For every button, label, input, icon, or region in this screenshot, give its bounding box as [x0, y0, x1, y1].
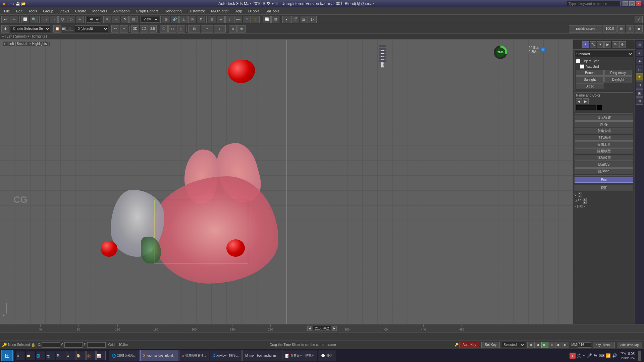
undo-toolbar-btn[interactable]: ↩	[1, 16, 9, 23]
selected-dropdown[interactable]: Selected	[502, 342, 525, 348]
add-time-tag-btn[interactable]: Add Time Tag	[617, 342, 642, 348]
pivot-btn[interactable]: ◎	[162, 16, 170, 23]
view-select[interactable]: View	[141, 16, 159, 23]
spinner-snap-btn[interactable]: ⚙	[197, 16, 205, 23]
biped-btn[interactable]: Biped	[576, 83, 604, 89]
z-coord-input[interactable]	[87, 342, 106, 348]
hide-cs-btn[interactable]: 隐藏CS	[575, 162, 633, 168]
ring-array-btn[interactable]: Ring Array	[604, 70, 632, 76]
prev-frame-btn[interactable]: ◀	[534, 342, 541, 348]
hide-model-btn[interactable]: 隐藏模型	[575, 148, 633, 154]
nav-prev-btn[interactable]: ◀	[576, 98, 582, 104]
viewport[interactable]: Y Z 29% 241K/s 0.3k/s + | Left | Smooth …	[0, 40, 573, 324]
freeze-model-btn[interactable]: 冻结模型	[575, 155, 633, 161]
nav-next-btn[interactable]: ▶	[583, 98, 589, 104]
object-type-checkbox[interactable]	[576, 59, 580, 63]
menu-animation[interactable]: Animation	[111, 8, 132, 14]
y-dn-btn[interactable]: ▼	[583, 201, 587, 204]
curve-editor-btn[interactable]: 📈	[263, 16, 271, 23]
select-by-name-btn[interactable]: 🔍	[30, 16, 38, 23]
accent-btn-7[interactable]: ▣	[636, 89, 643, 97]
quick-launch-5[interactable]: ⚙	[66, 351, 75, 360]
select-region-lasso[interactable]: ◌	[67, 16, 75, 23]
menu-help[interactable]: Help	[232, 8, 245, 14]
rpanel-tab-utilities[interactable]: ⚙	[619, 41, 626, 48]
quick-launch-1[interactable]: 📁	[26, 351, 35, 360]
x-dn-btn[interactable]: ▼	[578, 195, 582, 197]
snap-2_5d-btn[interactable]: 2.5	[149, 25, 157, 33]
save-btn-rp[interactable]: 保 存	[575, 121, 633, 127]
layer-btn[interactable]: ⬚	[252, 16, 260, 23]
quick-launch-3[interactable]: 📷	[46, 351, 55, 360]
layer-edit-btn[interactable]: ✏	[111, 25, 119, 33]
next-frame-btn[interactable]: ▶	[555, 342, 562, 348]
swift-loop-btn[interactable]: ↕	[214, 25, 226, 33]
accent-btn-4[interactable]: ⬚	[636, 65, 643, 72]
named-sel-1[interactable]: ⬡	[160, 25, 168, 33]
mirror-btn[interactable]: ⇔	[217, 16, 225, 23]
redo-toolbar-btn[interactable]: ↪	[10, 16, 18, 23]
create-selection-set[interactable]: Create Selection Set	[10, 25, 50, 32]
menu-modifiers[interactable]: Modifiers	[90, 8, 110, 14]
taskbar-xnview[interactable]: X XnView - [浏览...	[210, 350, 241, 361]
goto-start-btn[interactable]: ⏮	[527, 342, 534, 348]
camera-view-btn[interactable]: 视图	[575, 185, 633, 191]
rotate-btn[interactable]: ↻	[121, 16, 129, 23]
tray-icon-2[interactable]: ✂	[582, 353, 586, 358]
tray-icon-1[interactable]: 英	[577, 353, 581, 359]
menu-graph-editors[interactable]: Graph Editors	[133, 8, 161, 14]
quick-align-btn[interactable]: ≡	[243, 16, 251, 23]
snap-toggle[interactable]: 🔗	[171, 16, 179, 23]
spacing-btn[interactable]: ⟺	[234, 16, 242, 23]
red-apple-left[interactable]	[101, 241, 117, 257]
bones-btn[interactable]: Bones	[576, 70, 604, 76]
box-btn[interactable]: Box	[575, 177, 633, 183]
minimize-btn[interactable]: ─	[623, 1, 628, 6]
accent-btn-2[interactable]: ≡	[636, 49, 643, 56]
open-btn[interactable]: 📂	[21, 2, 26, 6]
select-move-btn[interactable]: ✛	[112, 16, 120, 23]
render-setup-btn[interactable]: 🎬	[291, 16, 299, 23]
auto-key-btn[interactable]: Auto Key	[459, 342, 479, 348]
rpanel-tab-display[interactable]: 👁	[612, 41, 619, 48]
named-sel-2[interactable]: ◻	[168, 25, 176, 33]
color-black-swatch[interactable]	[597, 105, 602, 110]
paint-deform-btn[interactable]: ✑	[201, 25, 213, 33]
taskbar-notepad[interactable]: 📝 重要文本 - 记事本	[282, 350, 317, 361]
menu-create[interactable]: Create	[72, 8, 89, 14]
quick-launch-8[interactable]: 📊	[96, 351, 106, 360]
name-color-swatch[interactable]	[576, 105, 596, 110]
x-coord-input[interactable]	[42, 342, 60, 348]
clock[interactable]: 下午 8:05 2019/5/24	[619, 352, 636, 360]
render-100-btn[interactable]: ⊞	[617, 25, 625, 33]
y-up-btn[interactable]: ▲	[583, 198, 587, 201]
quick-launch-2[interactable]: 🌐	[36, 351, 45, 360]
enable-layers-btn[interactable]: Enable Layers	[569, 25, 602, 33]
clear-end-btn[interactable]: 清除末端	[575, 135, 633, 141]
align-btn[interactable]: ⊞	[208, 16, 216, 23]
menu-maxscript[interactable]: MAXScript	[208, 8, 231, 14]
snap-3d-btn[interactable]: 3D	[131, 25, 139, 33]
taskbar-wechat[interactable]: 💬 微信	[318, 350, 335, 361]
standard-select[interactable]: Standard	[575, 51, 633, 57]
timeline-next-arrow[interactable]: ▶	[332, 326, 337, 331]
wireframe-box[interactable]	[154, 200, 248, 263]
x-up-btn[interactable]: ▲	[578, 192, 582, 194]
active-shade-btn[interactable]: ◼	[635, 25, 643, 33]
select-region-paint[interactable]: ✏	[76, 16, 84, 23]
quick-launch-6[interactable]: 🎨	[76, 351, 86, 360]
menu-views[interactable]: Views	[57, 8, 72, 14]
accent-btn-3[interactable]: ◈	[636, 57, 643, 64]
quick-launch-4[interactable]: 🔍	[56, 351, 65, 360]
show-desktop-btn[interactable]: 🖥	[16, 351, 25, 360]
menu-edit[interactable]: Edit	[13, 8, 25, 14]
layer-new-btn[interactable]: +	[120, 25, 128, 33]
percent-snap-btn[interactable]: %	[188, 16, 196, 23]
bone-tool-btn[interactable]: 骨骼工具	[575, 141, 633, 147]
material-editor-btn[interactable]: ⬧	[282, 16, 290, 23]
ribbon-btn[interactable]: ⊟	[188, 25, 200, 33]
create-sel-icon[interactable]: ✱	[1, 25, 9, 33]
rpanel-tab-motion[interactable]: ▶	[604, 41, 611, 48]
y-coord-input[interactable]	[64, 342, 83, 348]
tray-icon-6[interactable]: 📶	[606, 353, 611, 358]
